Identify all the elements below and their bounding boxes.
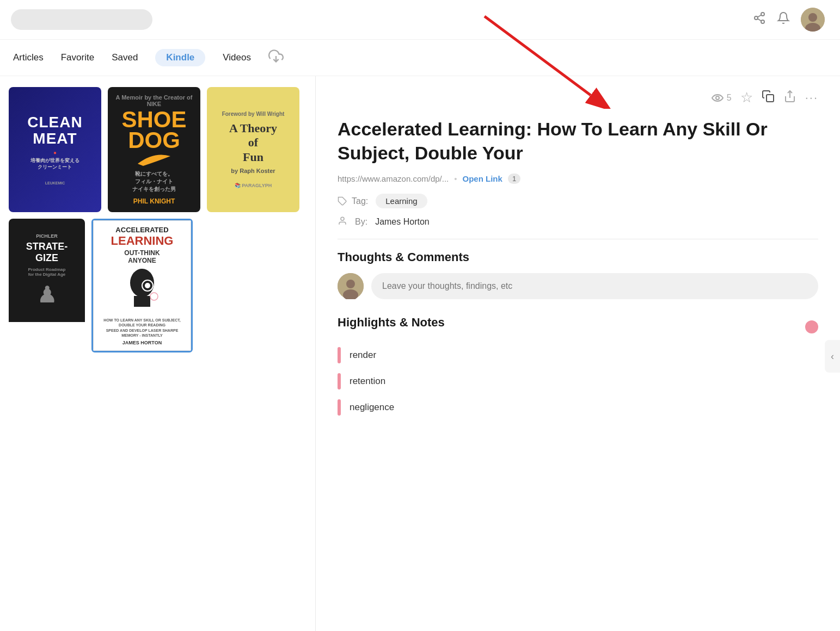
svg-rect-12 [134, 296, 150, 307]
highlight-bar [338, 373, 341, 389]
svg-point-22 [346, 280, 355, 288]
highlight-bar [338, 399, 341, 416]
svg-point-8 [808, 13, 817, 22]
views-count: 5 [712, 93, 732, 103]
svg-line-6 [758, 15, 762, 17]
comment-input[interactable] [371, 273, 818, 299]
highlights-section: Highlights & Notes render retention negl… [338, 316, 818, 416]
svg-point-15 [150, 293, 158, 300]
svg-point-2 [761, 13, 764, 16]
url-row: https://www.amazon.com/dp/... • Open Lin… [338, 174, 818, 184]
book-cover: Foreword by Will Wright A TheoryofFun by… [207, 87, 299, 212]
author-name: James Horton [375, 217, 430, 227]
svg-point-20 [341, 218, 344, 221]
book-url-text: https://www.amazon.com/dp/... [338, 174, 449, 183]
highlight-item-0: render [338, 347, 818, 363]
search-bar[interactable] [11, 9, 152, 30]
book-card-theory-fun[interactable]: Foreword by Will Wright A TheoryofFun by… [207, 87, 299, 212]
svg-point-3 [755, 16, 758, 20]
book-cover: CLEANMEAT ● 培養肉が世界を変えるクリーンミート LEUKEMIC [9, 87, 101, 212]
highlights-header: Highlights & Notes [338, 316, 818, 338]
open-link-button[interactable]: Open Link [463, 174, 502, 183]
share-icon[interactable] [783, 90, 796, 106]
book-card-shoe-dog[interactable]: A Memoir by the Creator of NIKE SHOEDOG … [108, 87, 200, 212]
left-panel: CLEANMEAT ● 培養肉が世界を変えるクリーンミート LEUKEMIC A… [0, 76, 316, 631]
book-cover: PICHLER STRATE-GIZE Product Roadmapfor t… [9, 219, 85, 322]
comments-area [338, 273, 818, 299]
svg-line-5 [758, 19, 762, 21]
link-badge: 1 [508, 174, 520, 184]
tab-kindle[interactable]: Kindle [155, 49, 205, 66]
highlight-item-2: negligence [338, 399, 818, 416]
highlights-dot [805, 320, 818, 333]
highlights-title: Highlights & Notes [338, 316, 445, 330]
by-label [338, 216, 347, 228]
header-left [11, 9, 152, 30]
book-card-clean-meat[interactable]: CLEANMEAT ● 培養肉が世界を変えるクリーンミート LEUKEMIC [9, 87, 101, 212]
tab-favorite[interactable]: Favorite [61, 49, 94, 66]
author-row: By: James Horton [338, 216, 818, 228]
nav-tabs: Articles Favorite Saved Kindle Videos [0, 40, 840, 76]
main-content: CLEANMEAT ● 培養肉が世界を変えるクリーンミート LEUKEMIC A… [0, 76, 840, 631]
svg-point-4 [761, 20, 764, 23]
comment-avatar [338, 273, 364, 299]
svg-point-11 [130, 269, 154, 297]
header [0, 0, 840, 40]
highlight-text: negligence [350, 402, 394, 413]
book-cover: ACCELERATED LEARNING OUT-THINKANYONE HOW… [93, 220, 191, 351]
highlight-text: retention [350, 376, 385, 387]
tag-row: Tag: Learning [338, 194, 818, 208]
book-title: Accelerated Learning: How To Learn Any S… [338, 117, 818, 165]
svg-point-16 [716, 96, 719, 100]
highlight-item-1: retention [338, 373, 818, 389]
copy-icon[interactable] [762, 90, 775, 106]
tab-articles[interactable]: Articles [13, 49, 44, 66]
star-icon[interactable]: ☆ [740, 89, 753, 106]
more-icon[interactable]: ··· [805, 91, 818, 105]
collapse-toggle[interactable]: ‹ [825, 340, 840, 373]
right-panel: 5 ☆ ··· Accelerated Learning: How To Lea… [316, 76, 840, 631]
highlight-text: render [350, 350, 376, 361]
tab-saved[interactable]: Saved [112, 49, 138, 66]
thoughts-title: Thoughts & Comments [338, 250, 818, 264]
svg-point-14 [145, 283, 150, 288]
avatar[interactable] [801, 8, 825, 32]
header-right [753, 8, 825, 32]
tag-label: Tag: [338, 196, 368, 206]
share-icon[interactable] [753, 11, 766, 28]
book-card-strategize[interactable]: PICHLER STRATE-GIZE Product Roadmapfor t… [9, 219, 85, 352]
book-card-accel-learning[interactable]: ACCELERATED LEARNING OUT-THINKANYONE HOW… [91, 219, 193, 352]
highlight-bar [338, 347, 341, 363]
cloud-download-icon[interactable] [268, 48, 284, 67]
by-text: By: [355, 217, 367, 227]
views-number: 5 [727, 93, 732, 103]
tab-videos[interactable]: Videos [223, 49, 251, 66]
divider [338, 239, 818, 239]
action-bar: 5 ☆ ··· [338, 89, 818, 106]
svg-rect-17 [767, 95, 774, 102]
book-cover: A Memoir by the Creator of NIKE SHOEDOG … [108, 87, 200, 212]
tag-value[interactable]: Learning [376, 194, 427, 208]
bell-icon[interactable] [777, 11, 790, 28]
thoughts-section: Thoughts & Comments [338, 250, 818, 299]
